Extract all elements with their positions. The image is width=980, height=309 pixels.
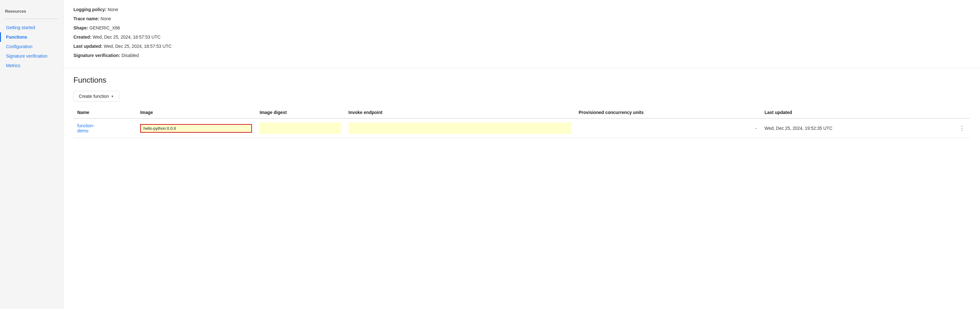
sidebar-item-metrics[interactable]: Metrics [0,61,63,70]
info-row-shape: Shape: GENERIC_X86 [73,25,970,31]
create-function-button[interactable]: Create function ▼ [73,91,119,102]
td-last-updated: Wed, Dec 25, 2024, 19:52:35 UTC [760,118,954,138]
functions-title: Functions [73,76,970,84]
sidebar-item-getting-started[interactable]: Getting started [0,23,63,32]
info-row-signature: Signature verification: Disabled [73,52,970,59]
sidebar-item-configuration[interactable]: Configuration [0,42,63,51]
value-last-updated: Wed, Dec 25, 2024, 18:57:53 UTC [104,44,172,49]
th-last-updated: Last updated [760,107,954,118]
info-row-logging: Logging policy: None [73,6,970,13]
td-provisioned-concurrency: - [575,118,760,138]
create-function-label: Create function [79,94,109,99]
info-row-created: Created: Wed, Dec 25, 2024, 18:57:53 UTC [73,34,970,40]
info-row-last-updated: Last updated: Wed, Dec 25, 2024, 18:57:5… [73,43,970,50]
td-name: function-demo [73,118,137,138]
dropdown-arrow-icon: ▼ [111,95,114,98]
th-actions [954,107,970,118]
label-last-updated: Last updated: [73,44,103,49]
main-content: Logging policy: None Trace name: None Sh… [63,0,980,309]
value-shape: GENERIC_X86 [89,25,120,30]
image-cell-value: hello-python:0.0.6 [140,124,252,133]
image-digest-highlighted [259,123,341,134]
more-options-icon[interactable]: ⋮ [958,124,966,133]
th-image-digest: Image digest [256,107,345,118]
td-image-digest [256,118,345,138]
table-row: function-demo hello-python:0.0.6 - Wed, … [73,118,970,138]
info-panel: Logging policy: None Trace name: None Sh… [63,0,980,68]
label-created: Created: [73,35,91,40]
td-image: hello-python:0.0.6 [137,118,256,138]
th-image: Image [137,107,256,118]
table-header-row: Name Image Image digest Invoke endpoint … [73,107,970,118]
value-logging: None [108,7,118,12]
th-invoke-endpoint: Invoke endpoint [345,107,575,118]
value-created: Wed, Dec 25, 2024, 18:57:53 UTC [93,35,161,40]
sidebar-section-title: Resources [0,6,63,16]
functions-table: Name Image Image digest Invoke endpoint … [73,107,970,138]
value-trace: None [101,16,111,21]
value-signature: Disabled [122,53,138,58]
td-invoke-endpoint [345,118,575,138]
th-name: Name [73,107,137,118]
info-row-trace: Trace name: None [73,16,970,22]
sidebar-item-functions[interactable]: Functions [0,32,63,42]
invoke-endpoint-highlighted [348,123,571,134]
functions-section: Functions Create function ▼ Name Image I… [63,68,980,146]
td-more-actions: ⋮ [954,118,970,138]
sidebar-divider [5,19,58,19]
sidebar-item-signature-verification[interactable]: Signature verification [0,51,63,61]
label-logging: Logging policy: [73,7,107,12]
sidebar: Resources Getting started Functions Conf… [0,0,63,309]
label-shape: Shape: [73,25,88,30]
function-name-link[interactable]: function-demo [77,123,94,133]
th-provisioned-concurrency: Provisioned concurrency units [575,107,760,118]
label-signature: Signature verification: [73,53,120,58]
label-trace: Trace name: [73,16,99,21]
